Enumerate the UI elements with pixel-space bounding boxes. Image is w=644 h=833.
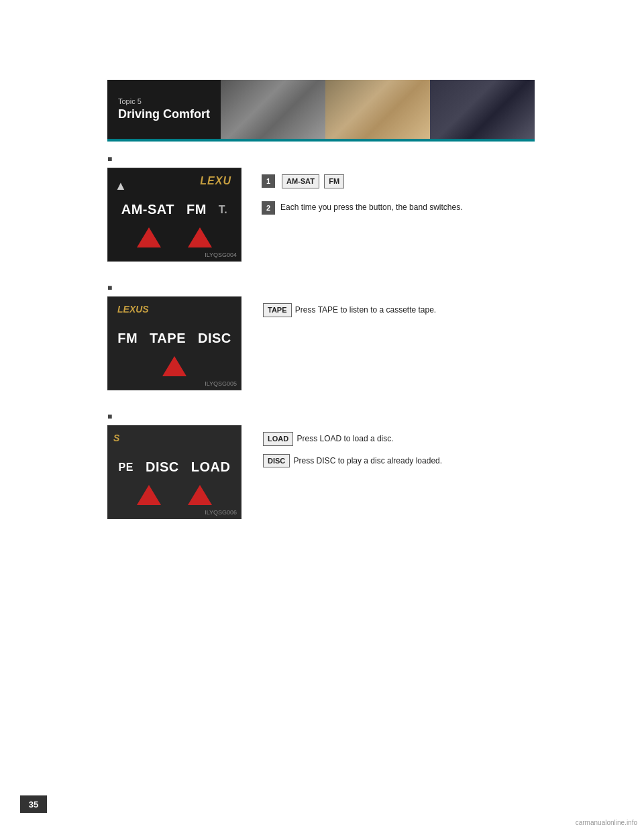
image-code-1: ILYQSG004 <box>205 252 237 258</box>
topic-label: Topic 5 <box>118 97 210 105</box>
teal-accent-bar <box>107 139 535 142</box>
lexus-logo-1: LEXU <box>200 175 231 187</box>
fm-label-1: FM <box>186 202 207 217</box>
amsat-indicator: AM-SAT <box>282 174 319 188</box>
radio-image-3: S PE DISC LOAD ILYQSG006 <box>107 425 241 519</box>
watermark: carmanualonline.info <box>576 819 637 826</box>
disc-label-3: DISC <box>146 459 179 475</box>
step-text-2-1: TAPE Press TAPE to listen to a cassette … <box>262 303 642 317</box>
lexus-logo-2: LEXUS <box>117 304 149 315</box>
load-indicator: LOAD <box>263 432 293 446</box>
step-badge-1: 1 <box>262 174 275 193</box>
step-1-2: 2 Each time you press the button, the ba… <box>262 201 642 220</box>
section2-content: LEXUS FM TAPE DISC ILYQSG005 TAPE Press … <box>107 296 642 390</box>
radio-buttons-row-3: PE DISC LOAD <box>108 459 241 475</box>
image-code-2: ILYQSG005 <box>205 380 237 387</box>
header-banner: Topic 5 Driving Comfort <box>107 80 535 139</box>
eject-icon: ▲ <box>115 179 127 193</box>
disc-indicator: DISC <box>263 454 290 468</box>
fm-indicator: FM <box>324 174 344 188</box>
amsat-label: AM-SAT <box>121 202 174 217</box>
lexus-logo-3: S <box>113 433 119 443</box>
step-text-1-2: Each time you press the button, the band… <box>280 201 642 213</box>
section1-content: LEXU ▲ AM-SAT FM T. ILYQSG004 1 <box>107 168 642 262</box>
header-text-block: Topic 5 Driving Comfort <box>107 92 221 127</box>
radio-image-2: LEXUS FM TAPE DISC ILYQSG005 <box>107 296 241 390</box>
arrows-1 <box>108 227 241 247</box>
arrow-disc <box>137 485 161 505</box>
header-image-2 <box>325 80 430 139</box>
arrow-amsat <box>137 227 161 247</box>
step-2-1: TAPE Press TAPE to listen to a cassette … <box>262 303 642 317</box>
text-side-3: LOAD Press LOAD to load a disc. DISC Pre… <box>262 425 642 476</box>
header-image-1 <box>221 80 325 139</box>
text-side-1: 1 AM-SAT FM 2 Each time you press the bu… <box>262 168 642 228</box>
section-2: ■ LEXUS FM TAPE DISC ILYQSG005 TAPE <box>107 283 642 390</box>
section-1: ■ LEXU ▲ AM-SAT FM T. ILYQSG004 <box>107 154 642 262</box>
step-badge-2: 2 <box>262 201 275 220</box>
step-3-1: LOAD Press LOAD to load a disc. <box>262 432 642 446</box>
image-code-3: ILYQSG006 <box>205 509 237 516</box>
section3-marker: ■ <box>107 412 642 421</box>
text-side-2: TAPE Press TAPE to listen to a cassette … <box>262 296 642 325</box>
header-image-3 <box>430 80 535 139</box>
step-text-3-2: DISC Press DISC to play a disc already l… <box>262 454 642 468</box>
main-content: ■ LEXU ▲ AM-SAT FM T. ILYQSG004 <box>107 154 642 541</box>
arrows-3 <box>108 485 241 505</box>
header-images <box>221 80 535 139</box>
load-label: LOAD <box>191 459 231 475</box>
tape-label-1: T. <box>219 204 227 216</box>
page-number: 35 <box>20 795 47 813</box>
section1-marker: ■ <box>107 154 642 164</box>
radio-buttons-row-1: AM-SAT FM T. <box>108 202 241 217</box>
step-text-3-1: LOAD Press LOAD to load a disc. <box>262 432 642 446</box>
section2-marker: ■ <box>107 283 642 292</box>
pe-label: PE <box>119 461 133 474</box>
disc-label-2: DISC <box>198 331 231 346</box>
arrows-2 <box>108 356 241 376</box>
tape-label-2: TAPE <box>150 331 186 346</box>
step-1-1: 1 AM-SAT FM <box>262 174 642 193</box>
fm-label-2: FM <box>117 331 138 346</box>
tape-indicator: TAPE <box>263 303 292 317</box>
arrow-tape <box>162 356 186 376</box>
header-title: Driving Comfort <box>118 107 210 121</box>
step-3-2: DISC Press DISC to play a disc already l… <box>262 454 642 468</box>
arrow-fm <box>188 227 212 247</box>
step-text-1-1: AM-SAT FM <box>280 174 642 188</box>
radio-buttons-row-2: FM TAPE DISC <box>108 331 241 346</box>
section-3: ■ S PE DISC LOAD ILYQSG006 <box>107 412 642 519</box>
section3-content: S PE DISC LOAD ILYQSG006 LOAD Press LOA <box>107 425 642 519</box>
arrow-load <box>188 485 212 505</box>
radio-image-1: LEXU ▲ AM-SAT FM T. ILYQSG004 <box>107 168 241 262</box>
